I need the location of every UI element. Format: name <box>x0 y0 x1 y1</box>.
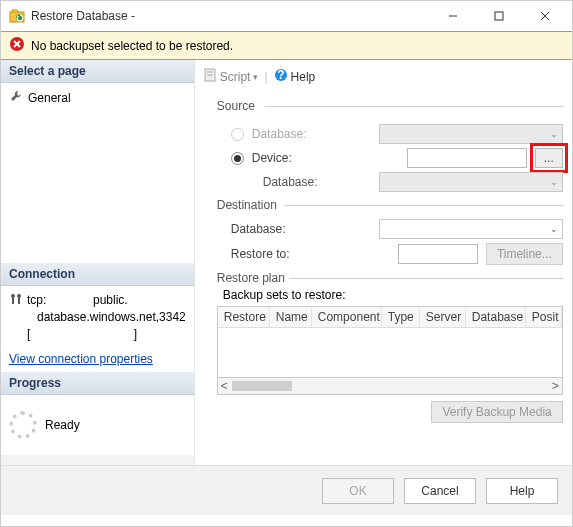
chevron-down-icon: ⌄ <box>550 177 558 187</box>
col-restore[interactable]: Restore <box>218 307 270 327</box>
verify-backup-media-button: Verify Backup Media <box>431 401 562 423</box>
page-general-label: General <box>28 91 71 105</box>
connection-panel: tcp: public. database.windows.net,3342 [… <box>1 286 194 372</box>
browse-device-button[interactable]: ... <box>535 148 563 168</box>
connection-line-1: tcp: public. <box>27 292 186 309</box>
restore-to-input[interactable] <box>398 244 478 264</box>
destination-database-label: Database: <box>231 222 341 236</box>
progress-status: Ready <box>45 418 80 432</box>
source-database-label: Database: <box>252 127 362 141</box>
progress-header: Progress <box>1 372 194 395</box>
svg-rect-11 <box>12 298 14 304</box>
error-text: No backupset selected to be restored. <box>31 39 233 53</box>
script-label: Script <box>220 70 251 84</box>
timeline-button: Timeline... <box>486 243 563 265</box>
scroll-right-icon[interactable]: > <box>552 379 559 393</box>
horizontal-scrollbar[interactable]: < > <box>217 378 563 395</box>
col-server[interactable]: Server <box>420 307 466 327</box>
progress-spinner-icon <box>9 411 37 439</box>
source-database-combo: ⌄ <box>379 124 563 144</box>
svg-text:?: ? <box>277 68 284 82</box>
help-button[interactable]: ? Help <box>274 68 316 85</box>
svg-rect-12 <box>18 298 20 304</box>
table-header: Restore Name Component Type Server Datab… <box>218 307 562 328</box>
svg-point-10 <box>17 294 21 298</box>
backup-sets-table[interactable]: Restore Name Component Type Server Datab… <box>217 306 563 378</box>
source-sub-database-label: Database: <box>263 175 353 189</box>
svg-rect-3 <box>495 12 503 20</box>
page-general[interactable]: General <box>9 87 186 108</box>
source-sub-database-combo[interactable]: ⌄ <box>379 172 563 192</box>
svg-point-9 <box>11 294 15 298</box>
connection-line-2: database.windows.net,3342 <box>27 309 186 326</box>
col-component[interactable]: Component <box>312 307 382 327</box>
restore-to-label: Restore to: <box>231 247 341 261</box>
col-database[interactable]: Database <box>466 307 526 327</box>
error-bar: No backupset selected to be restored. <box>1 31 572 60</box>
maximize-button[interactable] <box>476 1 522 31</box>
source-device-label: Device: <box>252 151 362 165</box>
source-database-radio <box>231 128 244 141</box>
col-name[interactable]: Name <box>270 307 312 327</box>
destination-database-combo[interactable]: ⌄ <box>379 219 563 239</box>
close-button[interactable] <box>522 1 568 31</box>
view-connection-properties-link[interactable]: View connection properties <box>9 352 153 366</box>
progress-panel: Ready <box>1 395 194 455</box>
script-dropdown[interactable]: Script ▾ <box>203 68 259 85</box>
script-icon <box>203 68 217 85</box>
dialog-footer: OK Cancel Help <box>1 465 572 515</box>
footer-help-button[interactable]: Help <box>486 478 558 504</box>
title-bar: Restore Database - <box>1 1 572 31</box>
minimize-button[interactable] <box>430 1 476 31</box>
connection-line-3: [ ] <box>27 326 186 343</box>
scroll-left-icon[interactable]: < <box>221 379 228 393</box>
chevron-down-icon: ⌄ <box>550 224 558 234</box>
server-icon <box>9 292 23 309</box>
source-device-input[interactable] <box>407 148 527 168</box>
source-device-radio[interactable] <box>231 152 244 165</box>
scroll-thumb[interactable] <box>232 381 292 391</box>
chevron-down-icon: ▾ <box>253 72 258 82</box>
col-type[interactable]: Type <box>382 307 420 327</box>
select-page-header: Select a page <box>1 60 194 83</box>
backup-sets-label: Backup sets to restore: <box>223 288 563 302</box>
toolbar: Script ▾ | ? Help <box>203 66 563 93</box>
window-title: Restore Database - <box>31 9 430 23</box>
chevron-down-icon: ⌄ <box>550 129 558 139</box>
content-pane: Script ▾ | ? Help Source Database: ⌄ Dev… <box>195 60 573 465</box>
cancel-button[interactable]: Cancel <box>404 478 476 504</box>
wrench-icon <box>9 89 23 106</box>
error-icon <box>9 36 25 55</box>
help-icon: ? <box>274 68 288 85</box>
connection-header: Connection <box>1 263 194 286</box>
restore-app-icon <box>9 8 25 24</box>
ok-button: OK <box>322 478 394 504</box>
help-label: Help <box>291 70 316 84</box>
col-position[interactable]: Posit <box>526 307 562 327</box>
sidebar: Select a page General Connection tcp: pu… <box>1 60 195 465</box>
